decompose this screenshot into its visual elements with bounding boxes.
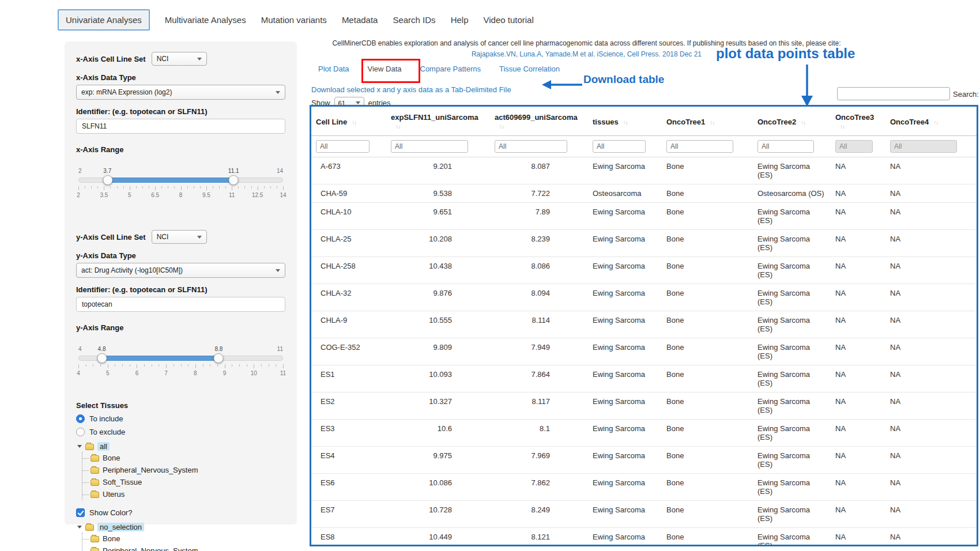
view-tabs: Plot Data View Data Compare Patterns Tis…	[318, 65, 560, 73]
slider-handle-to[interactable]	[228, 175, 238, 185]
table-cell: Ewing Sarcoma	[588, 447, 662, 474]
table-cell: Ewing Sarcoma (ES)	[753, 311, 831, 338]
show-color-checkbox[interactable]	[76, 508, 85, 517]
col-header-cell-line[interactable]: Cell Line↑↓	[311, 107, 386, 136]
col-header-act609699[interactable]: act609699_uniSarcoma↑↓	[490, 107, 588, 136]
table-cell: Ewing Sarcoma	[588, 338, 662, 365]
tree-expand-icon[interactable]	[77, 445, 82, 448]
x-identifier-input[interactable]	[76, 119, 285, 134]
table-cell: 7.862	[490, 474, 588, 501]
col-header-oncotree3[interactable]: OncoTree3↑↓	[831, 107, 885, 136]
tab-tissue-correlation[interactable]: Tissue Correlation	[499, 65, 560, 73]
tab-compare-patterns[interactable]: Compare Patterns	[420, 65, 481, 73]
tab-view-data[interactable]: View Data	[367, 65, 401, 73]
folder-icon	[85, 524, 94, 531]
download-link[interactable]: Download selected x and y axis data as a…	[311, 85, 511, 94]
table-row[interactable]: ES110.0937.864Ewing SarcomaBoneEwing Sar…	[311, 365, 977, 393]
y-identifier-label: Identifier: (e.g. topotecan or SLFN11)	[76, 285, 285, 294]
tab-search-ids[interactable]: Search IDs	[393, 15, 435, 25]
radio-include-control[interactable]	[76, 414, 85, 423]
tab-univariate-analyses[interactable]: Univariate Analyses	[58, 9, 150, 31]
slider-handle-from[interactable]	[103, 175, 113, 185]
tab-metadata[interactable]: Metadata	[342, 15, 378, 25]
sort-icon[interactable]: ↑↓	[710, 119, 714, 126]
x-range-slider[interactable]: 2143.711.123.556.589.51112.514	[78, 168, 283, 203]
sort-icon[interactable]: ↑↓	[499, 123, 504, 130]
slider-track[interactable]	[78, 178, 283, 183]
tab-plot-data[interactable]: Plot Data	[318, 65, 349, 73]
x-data-type-value: exp: mRNA Expression (log2)	[81, 88, 172, 96]
sidebar-controls: x-Axis Cell Line Set NCI x-Axis Data Typ…	[65, 41, 297, 524]
sort-icon[interactable]: ↑↓	[840, 123, 845, 130]
tree-node-peripheral-nervous-system[interactable]: Peripheral_Nervous_System	[82, 545, 285, 551]
tab-mutation-variants[interactable]: Mutation variants	[261, 15, 327, 25]
col-header-oncotree1[interactable]: OncoTree1↑↓	[662, 107, 753, 136]
tree-node-no-selection[interactable]: no_selection	[77, 522, 285, 533]
tree-node-bone[interactable]: Bone	[82, 533, 285, 545]
table-row[interactable]: ES810.4498.121Ewing SarcomaBoneEwing Sar…	[311, 528, 977, 547]
filter-tissues[interactable]	[593, 140, 646, 153]
table-row[interactable]: CHA-599.5387.722OsteosarcomaBoneOsteosar…	[311, 184, 977, 203]
x-data-type-select[interactable]: exp: mRNA Expression (log2)	[76, 85, 285, 100]
table-row[interactable]: ES710.7288.249Ewing SarcomaBoneEwing Sar…	[311, 501, 977, 528]
tab-help[interactable]: Help	[451, 15, 469, 25]
radio-exclude-control[interactable]	[76, 428, 85, 436]
table-row[interactable]: ES210.3278.117Ewing SarcomaBoneEwing Sar…	[311, 393, 977, 420]
tree-node-bone[interactable]: Bone	[82, 452, 285, 464]
filter-cell-line[interactable]	[316, 140, 370, 153]
col-header-tissues[interactable]: tissues↑↓	[588, 107, 662, 136]
sort-icon[interactable]: ↑↓	[352, 119, 356, 126]
y-data-type-select[interactable]: act: Drug Activity (-log10[IC50M])	[76, 263, 285, 278]
sort-icon[interactable]: ↑↓	[933, 119, 938, 126]
tab-video-tutorial[interactable]: Video tutorial	[483, 15, 533, 25]
table-row[interactable]: ES610.0867.862Ewing SarcomaBoneEwing Sar…	[311, 474, 977, 501]
table-row[interactable]: A-6739.2018.087Ewing SarcomaBoneEwing Sa…	[311, 157, 977, 184]
filter-act609699[interactable]	[495, 140, 567, 153]
radio-to-exclude[interactable]: To exclude	[76, 428, 285, 436]
citation-link[interactable]: Rajapakse.VN, Luna.A, Yamade.M et al. iS…	[472, 50, 702, 58]
radio-to-include[interactable]: To include	[76, 414, 285, 423]
table-row[interactable]: ES310.68.1Ewing SarcomaBoneEwing Sarcoma…	[311, 420, 977, 447]
sort-icon[interactable]: ↑↓	[395, 123, 400, 130]
table-cell: NA	[885, 311, 977, 338]
table-row[interactable]: CHLA-2510.2088.239Ewing SarcomaBoneEwing…	[311, 230, 977, 257]
table-cell: ES2	[311, 393, 386, 420]
table-cell: 10.555	[386, 311, 490, 338]
tab-multivariate-analyses[interactable]: Multivariate Analyses	[165, 15, 246, 25]
table-row[interactable]: ES49.9757.969Ewing SarcomaBoneEwing Sarc…	[311, 447, 977, 474]
table-cell: 7.89	[490, 203, 588, 230]
annotation-plot-table-text: plot data points table	[716, 46, 855, 62]
tree-node-all[interactable]: all	[77, 441, 285, 452]
tree-node-uterus[interactable]: Uterus	[82, 488, 285, 500]
table-cell: A-673	[311, 157, 386, 184]
filter-oncotree2[interactable]	[757, 140, 814, 153]
tree-node-soft-tissue[interactable]: Soft_Tissue	[82, 476, 285, 488]
show-color-row[interactable]: Show Color?	[76, 508, 285, 517]
table-row[interactable]: COG-E-3529.8097.949Ewing SarcomaBoneEwin…	[311, 338, 977, 365]
sort-icon[interactable]: ↑↓	[801, 119, 805, 126]
filter-oncotree1[interactable]	[666, 140, 733, 153]
slider-handle-from[interactable]	[97, 353, 107, 363]
slider-handle-to[interactable]	[214, 353, 224, 363]
col-header-oncotree4[interactable]: OncoTree4↑↓	[885, 107, 977, 136]
sort-icon[interactable]: ↑↓	[623, 119, 628, 126]
search-input[interactable]	[837, 87, 950, 100]
col-header-oncotree2[interactable]: OncoTree2↑↓	[753, 107, 831, 136]
x-cell-line-set-select[interactable]: NCI	[152, 52, 207, 66]
y-range-slider[interactable]: 4114.88.84567891011	[78, 346, 283, 382]
col-header-label: expSLFN11_uniSarcoma	[391, 113, 478, 122]
table-cell: Bone	[662, 528, 753, 547]
y-identifier-input[interactable]	[76, 297, 285, 312]
table-filter-row	[311, 136, 977, 157]
col-header-expslfn11[interactable]: expSLFN11_uniSarcoma↑↓	[386, 107, 490, 136]
table-row[interactable]: CHLA-329.8768.094Ewing SarcomaBoneEwing …	[311, 284, 977, 311]
y-cell-line-set-select[interactable]: NCI	[152, 230, 207, 244]
tree-node-peripheral-nervous-system[interactable]: Peripheral_Nervous_System	[82, 464, 285, 476]
tree-expand-icon[interactable]	[77, 526, 82, 529]
slider-track[interactable]	[78, 356, 283, 361]
filter-expslfn11[interactable]	[391, 140, 468, 153]
table-row[interactable]: CHLA-25810.4388.086Ewing SarcomaBoneEwin…	[311, 257, 977, 284]
table-row[interactable]: CHLA-910.5558.114Ewing SarcomaBoneEwing …	[311, 311, 977, 338]
table-row[interactable]: CHLA-109.6517.89Ewing SarcomaBoneEwing S…	[311, 203, 977, 230]
table-cell: Bone	[662, 447, 753, 474]
